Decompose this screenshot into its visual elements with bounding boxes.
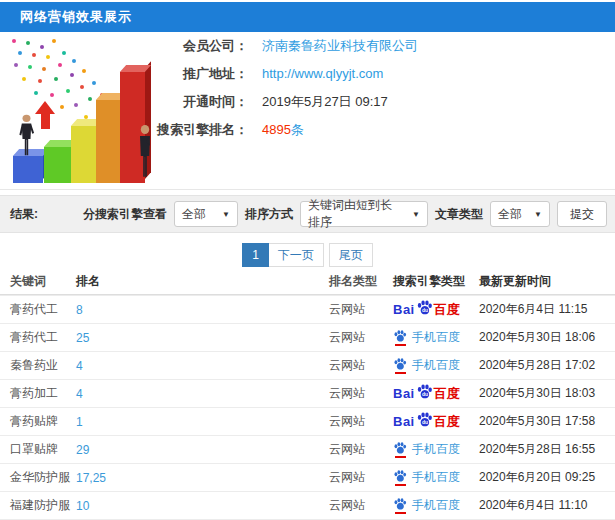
cell-keyword: 口罩贴牌 [0,441,76,458]
cell-engine: Bai du 百度 [393,469,479,486]
pagination: 1 下一页 尾页 [0,243,615,267]
table-row: 金华防护服 17,25 云网站 Bai du 百度 [0,463,615,491]
page: 网络营销效果展示 会员公司： [0,0,615,520]
cell-rank-type: 云网站 [329,329,393,346]
member-company-link[interactable]: 济南秦鲁药业科技有限公司 [262,37,418,55]
pagination-last-button[interactable]: 尾页 [329,243,373,267]
baidu-mobile-icon: 手机百度 [393,329,460,346]
cell-updated: 2020年5月28日 16:55 [479,441,615,458]
cell-updated: 2020年6月20日 09:25 [479,469,615,486]
table-row: 膏药代工 25 云网站 Bai du 百度 [0,323,615,351]
page-title: 网络营销效果展示 [0,8,132,26]
cell-rank-type: 云网站 [329,301,393,318]
open-time-value: 2019年5月27日 09:17 [262,93,388,111]
article-type-select[interactable]: 全部 ▼ [490,201,550,227]
cell-updated: 2020年6月4日 11:10 [479,497,615,514]
cell-rank-type: 云网站 [329,357,393,374]
businessman-figure-left [17,114,36,157]
filter-bar: 结果: 分搜索引擎查看 全部 ▼ 排序方式 关键词由短到长排序 ▼ 文章类型 全… [0,195,615,233]
info-section: 会员公司： 济南秦鲁药业科技有限公司 推广地址： http://www.qlyy… [0,36,615,186]
member-company-label: 会员公司： [148,37,248,55]
chevron-down-icon: ▼ [412,210,420,219]
cell-rank[interactable]: 29 [76,443,89,457]
promo-url-row: 推广地址： http://www.qlyyjt.com [148,66,418,81]
cell-rank[interactable]: 25 [76,331,89,345]
table-row: 福建防护服 10 云网站 Bai du 百度 [0,491,615,519]
engine-view-label: 分搜索引擎查看 [83,206,167,223]
cell-keyword: 福建防护服 [0,497,76,514]
baidu-mobile-icon: 手机百度 [393,469,460,486]
baidu-paw-icon [393,329,407,343]
up-arrow-icon [35,101,55,129]
article-type-label: 文章类型 [435,206,483,223]
baidu-mobile-icon: 手机百度 [393,497,460,514]
illustration-bar-green [44,147,72,183]
header-rank-type: 排名类型 [329,273,393,290]
submit-button[interactable]: 提交 [557,201,607,227]
baidu-paw-icon [393,497,407,511]
header-rank: 排名 [76,273,329,290]
engine-rank-value: 4895条 [262,121,304,139]
cell-rank[interactable]: 17,25 [76,471,106,485]
table-row: 秦鲁药业 4 云网站 Bai du 百度 [0,351,615,379]
chevron-down-icon: ▼ [534,210,542,219]
sort-select[interactable]: 关键词由短到长排序 ▼ [300,201,428,227]
table-row: 膏药贴牌 1 云网站 Bai du 百度 [0,407,615,435]
member-info-list: 会员公司： 济南秦鲁药业科技有限公司 推广地址： http://www.qlyy… [148,38,418,150]
cell-updated: 2020年5月30日 18:03 [479,385,615,402]
cell-keyword: 秦鲁药业 [0,357,76,374]
engine-rank-count: 4895 [262,122,291,137]
pagination-next-button[interactable]: 下一页 [269,243,324,267]
cell-rank[interactable]: 8 [76,303,83,317]
baidu-mobile-underline [395,512,406,514]
cell-rank[interactable]: 4 [76,359,83,373]
baidu-mobile-label: 手机百度 [412,441,460,458]
cell-engine: Bai du 百度 [393,497,479,514]
cell-keyword: 膏药加工 [0,385,76,402]
cell-engine: Bai du 百度 [393,385,479,403]
article-type-selected: 全部 [498,206,522,223]
baidu-mobile-label: 手机百度 [412,497,460,514]
cell-rank-type: 云网站 [329,413,393,430]
svg-text:du: du [422,392,428,397]
promo-url-link[interactable]: http://www.qlyyjt.com [262,66,383,81]
baidu-mobile-label: 手机百度 [412,469,460,486]
open-time-label: 开通时间： [148,93,248,111]
baidu-paw-icon [393,469,407,483]
section-divider [0,189,615,190]
cell-rank[interactable]: 4 [76,387,83,401]
cell-updated: 2020年5月30日 17:58 [479,413,615,430]
cell-engine: Bai du 百度 [393,357,479,374]
engine-view-select[interactable]: 全部 ▼ [174,201,238,227]
engine-rank-label: 搜索引擎排名： [148,121,248,139]
baidu-mobile-icon: 手机百度 [393,357,460,374]
cell-updated: 2020年6月4日 11:15 [479,301,615,318]
baidu-mobile-icon: 手机百度 [393,441,460,458]
baidu-mobile-label: 手机百度 [412,357,460,374]
engine-rank-row: 搜索引擎排名： 4895条 [148,122,418,137]
promo-url-label: 推广地址： [148,65,248,83]
cell-rank[interactable]: 1 [76,415,83,429]
table-row: 口罩贴牌 29 云网站 Bai du 百度 [0,435,615,463]
pagination-page-1[interactable]: 1 [242,243,269,267]
baidu-logo-icon: Bai du 百度 [393,413,460,431]
table-row: 膏药加工 4 云网站 Bai du 百度 [0,379,615,407]
cell-engine: Bai du 百度 [393,329,479,346]
cell-updated: 2020年5月28日 17:02 [479,357,615,374]
cell-rank[interactable]: 10 [76,499,89,513]
illustration-bar-orange [96,100,122,183]
baidu-logo-icon: Bai du 百度 [393,301,460,319]
header-engine-type: 搜索引擎类型 [393,273,479,290]
baidu-mobile-underline [395,456,406,458]
baidu-paw-icon [393,357,407,371]
cell-rank-type: 云网站 [329,497,393,514]
results-table-body: 膏药代工 8 云网站 Bai du 百度 [0,295,615,520]
results-table: 关键词 排名 排名类型 搜索引擎类型 最新更新时间 膏药代工 8 云网站 Bai… [0,268,615,520]
member-company-row: 会员公司： 济南秦鲁药业科技有限公司 [148,38,418,53]
baidu-mobile-underline [395,344,406,346]
cell-engine: Bai du 百度 [393,413,479,431]
baidu-mobile-label: 手机百度 [412,329,460,346]
open-time-row: 开通时间： 2019年5月27日 09:17 [148,94,418,109]
table-header-row: 关键词 排名 排名类型 搜索引擎类型 最新更新时间 [0,268,615,295]
cell-engine: Bai du 百度 [393,301,479,319]
